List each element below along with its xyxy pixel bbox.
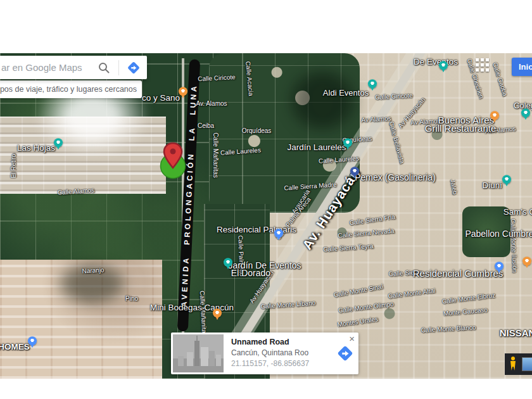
map-road-label: Calle Monte Líbano bbox=[260, 299, 315, 310]
map-road-label: Calle Sierra Nevada bbox=[338, 227, 395, 239]
school-icon[interactable] bbox=[521, 108, 530, 120]
map-poi-label[interactable]: Grill Restaurante bbox=[425, 123, 497, 134]
venue-icon[interactable] bbox=[224, 258, 232, 270]
map-road-label: Calle Ciricote bbox=[198, 73, 236, 82]
place-coordinates: 21.115157, -86.856637 bbox=[231, 359, 329, 368]
school-icon[interactable] bbox=[502, 175, 511, 187]
divider bbox=[118, 60, 119, 75]
close-icon[interactable]: × bbox=[349, 334, 355, 343]
map-road-label: Calle Monte Blanco bbox=[421, 324, 476, 334]
map-road-label: Calle Monte Sinaí bbox=[333, 283, 384, 299]
search-icon bbox=[98, 61, 110, 74]
map-poi-label[interactable]: Pemex (Gasolineria) bbox=[355, 172, 436, 182]
map-road-label: Calle Monte Elbruz bbox=[441, 291, 495, 305]
map-poi-label[interactable]: Residencial Palmaris bbox=[217, 225, 296, 234]
map-road-label: Calle Laureles bbox=[319, 155, 360, 164]
sign-in-button[interactable]: Inic bbox=[512, 58, 532, 76]
restaurant-icon[interactable] bbox=[522, 256, 531, 269]
map-road-label: Av. Alamos bbox=[196, 100, 227, 107]
street-view-control-bar bbox=[505, 353, 532, 375]
google-apps-grid-icon[interactable] bbox=[476, 58, 492, 75]
directions-icon bbox=[126, 60, 141, 75]
venue-icon[interactable] bbox=[343, 138, 352, 150]
map-road-label: Calle Alamos bbox=[58, 186, 95, 196]
map-road-label: Calle Monte Ilusión bbox=[510, 218, 519, 272]
place-details: Unnamed Road Cancún, Quintana Roo 21.115… bbox=[225, 332, 332, 374]
map-road-label: Montes Urales bbox=[337, 315, 378, 328]
map-road-label: El Retiro bbox=[10, 154, 17, 178]
map-poi-label[interactable]: NISSAN bbox=[500, 327, 532, 338]
map-poi-label[interactable]: Jardín Laureles bbox=[287, 142, 346, 152]
map-road-label: Calle Sierra Madre bbox=[284, 181, 337, 192]
place-subtitle: Cancún, Quintana Roo bbox=[231, 348, 329, 357]
search-button[interactable] bbox=[94, 58, 113, 77]
map-road-label: Calle Acacia bbox=[244, 61, 255, 96]
map-road-label: Calle Sierra Teyra bbox=[323, 243, 374, 253]
map-road-label: Calle Mañanitas bbox=[212, 132, 219, 178]
restaurant-icon[interactable] bbox=[179, 87, 187, 99]
building-skyline-image bbox=[173, 334, 224, 372]
map-poi-label[interactable]: Sam's C bbox=[504, 207, 532, 217]
map-poi-label[interactable]: Aldi Eventos bbox=[323, 88, 369, 98]
map-road-label: Calle Sierra Fría bbox=[349, 213, 396, 226]
map-road-label: Jaleb bbox=[450, 179, 459, 194]
map-poi-label[interactable]: Residencial Cumbres bbox=[413, 268, 504, 279]
gas-station-icon[interactable] bbox=[350, 167, 359, 179]
map-poi-label[interactable]: Pabellon Cumbres bbox=[465, 229, 532, 239]
map-poi-label[interactable]: Diuni bbox=[483, 180, 502, 190]
map-road-label: Orquídeas bbox=[242, 127, 272, 134]
map-poi-label[interactable]: HOMES bbox=[0, 342, 30, 352]
search-input[interactable] bbox=[0, 62, 94, 73]
map-road-label: Monte Caucaso bbox=[443, 306, 488, 317]
place-title: Unnamed Road bbox=[231, 338, 329, 346]
map-poi-label[interactable]: co y Sano bbox=[142, 93, 180, 103]
place-icon[interactable] bbox=[274, 229, 283, 241]
venue-icon[interactable] bbox=[54, 138, 63, 150]
map-road-label: Calle Ciricote bbox=[375, 92, 413, 101]
map-labels-layer: Calle CiricoteCalle CiricoteAv. AlamosAv… bbox=[0, 53, 532, 379]
destination-pin[interactable] bbox=[159, 139, 187, 180]
map-road-label: Calle Monte Olimpo bbox=[338, 300, 394, 314]
map-road-label: Ceiba bbox=[198, 122, 214, 129]
map-road-label: Pino bbox=[125, 295, 138, 302]
map-canvas[interactable]: AVENIDA PROLONGACIÓN LA LUNA Av. Huayacá… bbox=[0, 53, 532, 379]
map-road-label: Naranjo bbox=[82, 267, 104, 275]
shopping-icon[interactable] bbox=[213, 308, 222, 320]
venue-icon[interactable] bbox=[439, 61, 448, 73]
map-thumbnail-toggle[interactable] bbox=[522, 357, 532, 371]
place-info-card[interactable]: Unnamed Road Cancún, Quintana Roo 21.115… bbox=[171, 332, 358, 374]
google-maps-window: AVENIDA PROLONGACIÓN LA LUNA Av. Huayacá… bbox=[0, 0, 532, 399]
search-box[interactable] bbox=[0, 56, 147, 79]
map-poi-label[interactable]: El Dorado bbox=[231, 268, 270, 278]
map-road-label: Calle Caoba bbox=[491, 61, 509, 97]
map-road-label: Calle Laureles bbox=[220, 146, 262, 156]
map-poi-label[interactable]: De Eventos bbox=[414, 57, 458, 66]
directions-button[interactable] bbox=[124, 58, 143, 77]
map-poi-label[interactable]: Las Hojas bbox=[17, 143, 55, 153]
map-road-label: Calle Mañanitas bbox=[199, 291, 208, 336]
map-road-label: Calle Monte Altai bbox=[388, 287, 436, 300]
place-icon[interactable] bbox=[495, 262, 504, 274]
pegman-icon[interactable] bbox=[509, 357, 517, 372]
map-road-label: Av Alamos bbox=[361, 115, 391, 123]
venue-icon[interactable] bbox=[368, 79, 377, 91]
restaurant-icon[interactable] bbox=[490, 111, 499, 123]
place-thumbnail[interactable] bbox=[173, 334, 224, 372]
directions-icon bbox=[336, 344, 355, 363]
suggestion-chip[interactable]: empos de viaje, tráfico y lugares cercan… bbox=[0, 80, 142, 98]
lock-icon[interactable] bbox=[28, 336, 37, 348]
